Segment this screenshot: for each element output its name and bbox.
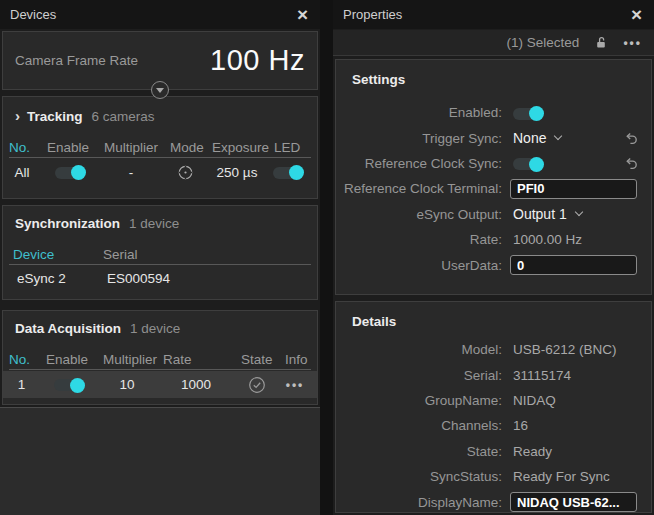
daq-row-rate[interactable]: 1000 xyxy=(157,377,235,392)
properties-menu-icon[interactable]: ••• xyxy=(623,36,642,50)
userdata-row: UserData: xyxy=(336,252,651,277)
sync-table-header: Device Serial xyxy=(3,244,317,265)
devices-empty-area xyxy=(0,407,320,515)
expander-chevron-icon[interactable]: › xyxy=(15,107,20,124)
tracking-header[interactable]: › Tracking 6 cameras xyxy=(3,97,317,124)
tracking-row-multiplier: - xyxy=(98,165,164,180)
userdata-label: UserData: xyxy=(336,258,502,273)
daq-table-header: No. Enable Multiplier Rate State Info xyxy=(3,349,317,370)
col-state: State xyxy=(235,352,279,367)
frame-rate-expand-button[interactable] xyxy=(151,81,169,99)
tracking-led-toggle[interactable] xyxy=(273,167,303,179)
col-multiplier: Multiplier xyxy=(97,352,157,367)
esync-output-row: eSync Output: Output 1 xyxy=(336,202,651,227)
displayname-row: DisplayName: xyxy=(336,489,651,514)
reference-clock-terminal-input[interactable] xyxy=(510,179,637,199)
devices-panel: Devices × Camera Frame Rate 100 Hz › Tra… xyxy=(0,0,320,515)
daq-enable-toggle[interactable] xyxy=(54,379,84,391)
esync-output-select[interactable]: Output 1 xyxy=(513,206,582,222)
model-row: Model: USB-6212 (BNC) xyxy=(336,337,651,362)
userdata-input[interactable] xyxy=(510,255,637,275)
esync-output-label: eSync Output: xyxy=(336,207,502,222)
displayname-label: DisplayName: xyxy=(336,495,502,510)
chevron-down-icon xyxy=(554,132,562,140)
synchronization-section: Synchronization 1 device Device Serial e… xyxy=(2,205,318,300)
syncstatus-label: SyncStatus: xyxy=(336,469,502,484)
details-title: Details xyxy=(336,302,651,329)
rate-row: Rate: 1000.00 Hz xyxy=(336,227,651,252)
frame-rate-value[interactable]: 100 Hz xyxy=(210,44,305,77)
reference-clock-sync-reset-button[interactable] xyxy=(624,156,638,170)
synchronization-count: 1 device xyxy=(129,216,179,231)
devices-titlebar: Devices × xyxy=(0,0,320,29)
properties-toolbar: (1) Selected ••• xyxy=(333,30,654,56)
col-device: Device xyxy=(3,247,93,262)
enabled-toggle[interactable] xyxy=(513,108,543,120)
data-acquisition-count: 1 device xyxy=(130,321,180,336)
state-label: State: xyxy=(336,444,502,459)
col-enable: Enable xyxy=(41,140,98,155)
groupname-row: GroupName: NIDAQ xyxy=(336,388,651,413)
tracking-row-exposure[interactable]: 250 µs xyxy=(206,165,268,180)
synchronization-title: Synchronization xyxy=(15,216,120,231)
col-no: No. xyxy=(3,352,40,367)
trigger-sync-select[interactable]: None xyxy=(513,130,561,146)
rate-label: Rate: xyxy=(336,232,502,247)
tracking-enable-toggle[interactable] xyxy=(55,167,85,179)
settings-section: Settings Enabled: Trigger Sync: None xyxy=(335,59,652,295)
details-section: Details Model: USB-6212 (BNC) Serial: 31… xyxy=(335,301,652,513)
daq-info-menu-icon[interactable]: ••• xyxy=(279,378,311,392)
settings-title: Settings xyxy=(336,60,651,87)
properties-titlebar: Properties × xyxy=(333,0,654,29)
trigger-sync-value: None xyxy=(513,130,546,146)
groupname-label: GroupName: xyxy=(336,393,502,408)
col-serial: Serial xyxy=(93,247,317,262)
sync-row-serial: ES000594 xyxy=(93,271,317,286)
undo-icon xyxy=(624,156,638,170)
frame-rate-label: Camera Frame Rate xyxy=(15,53,138,68)
tracking-title: Tracking xyxy=(27,109,83,124)
col-exposure: Exposure xyxy=(206,140,268,155)
trigger-sync-label: Trigger Sync: xyxy=(336,131,502,146)
model-value: USB-6212 (BNC) xyxy=(513,342,617,357)
properties-close-icon[interactable]: × xyxy=(629,7,644,23)
trigger-sync-reset-button[interactable] xyxy=(624,131,638,145)
synchronization-header: Synchronization 1 device xyxy=(3,206,317,231)
reference-clock-sync-row: Reference Clock Sync: xyxy=(336,151,651,176)
reference-clock-sync-toggle[interactable] xyxy=(513,158,543,170)
devices-close-icon[interactable]: × xyxy=(295,7,310,23)
serial-value: 31115174 xyxy=(513,368,571,383)
channels-row: Channels: 16 xyxy=(336,413,651,438)
esync-output-value: Output 1 xyxy=(513,206,567,222)
col-no: No. xyxy=(3,140,41,155)
displayname-input[interactable] xyxy=(510,492,637,512)
tracking-mode-icon[interactable] xyxy=(177,164,194,181)
trigger-sync-row: Trigger Sync: None xyxy=(336,125,651,150)
unlock-icon[interactable] xyxy=(595,36,607,49)
tracking-table-header: No. Enable Multiplier Mode Exposure LED xyxy=(3,137,317,158)
col-led: LED xyxy=(268,140,307,155)
reference-clock-terminal-row: Reference Clock Terminal: xyxy=(336,176,651,201)
daq-row-multiplier[interactable]: 10 xyxy=(97,377,157,392)
tracking-row-no: All xyxy=(3,165,41,180)
reference-clock-terminal-label: Reference Clock Terminal: xyxy=(336,181,502,196)
col-enable: Enable xyxy=(40,352,97,367)
reference-clock-sync-label: Reference Clock Sync: xyxy=(336,156,502,171)
sync-row-device: eSync 2 xyxy=(3,271,93,286)
tracking-section: › Tracking 6 cameras No. Enable Multipli… xyxy=(2,96,318,199)
serial-row: Serial: 31115174 xyxy=(336,362,651,387)
undo-icon xyxy=(624,131,638,145)
sync-device-row[interactable]: eSync 2 ES000594 xyxy=(3,265,317,291)
groupname-value: NIDAQ xyxy=(513,393,556,408)
channels-value: 16 xyxy=(513,418,528,433)
tracking-all-row[interactable]: All - 250 µs xyxy=(3,158,317,186)
model-label: Model: xyxy=(336,342,502,357)
daq-device-row-selected[interactable]: 1 10 1000 ••• xyxy=(3,371,317,398)
properties-panel: Properties × (1) Selected ••• Settings E… xyxy=(333,0,654,515)
serial-label: Serial: xyxy=(336,368,502,383)
chevron-down-icon xyxy=(156,88,164,93)
syncstatus-row: SyncStatus: Ready For Sync xyxy=(336,464,651,489)
chevron-down-icon xyxy=(574,208,582,216)
enabled-row: Enabled: xyxy=(336,100,651,125)
col-mode: Mode xyxy=(164,140,206,155)
